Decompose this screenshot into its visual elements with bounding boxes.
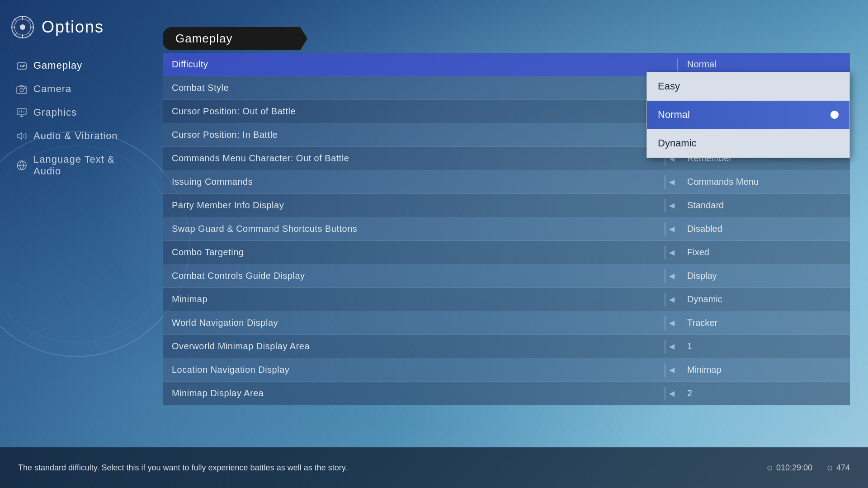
- row-label-cursor-in: Cursor Position: In Battle: [163, 123, 665, 146]
- navigation: Gameplay Camera Graphics: [0, 54, 145, 183]
- section-title: Gameplay: [163, 27, 307, 50]
- arrow-left-location-nav: ◀: [665, 366, 678, 374]
- row-label-world-nav: World Navigation Display: [163, 311, 665, 334]
- graphics-label: Graphics: [33, 107, 77, 118]
- gil-value: 474: [836, 463, 850, 473]
- sidebar-item-camera[interactable]: Camera: [7, 78, 137, 100]
- settings-row-location-nav[interactable]: Location Navigation Display ◀ Minimap: [163, 358, 850, 382]
- arrow-left-world-nav: ◀: [665, 319, 678, 327]
- row-label-combo: Combo Targeting: [163, 241, 665, 264]
- row-value-minimap-area: 2: [678, 382, 850, 405]
- settings-row-overworld[interactable]: Overworld Minimap Display Area ◀ 1: [163, 335, 850, 358]
- row-label-issuing: Issuing Commands: [163, 170, 665, 193]
- dropdown-item-dynamic[interactable]: Dynamic: [647, 129, 849, 158]
- row-value-party: Standard: [678, 194, 850, 217]
- options-icon: [11, 15, 34, 39]
- arrow-left-minimap-area: ◀: [665, 389, 678, 398]
- row-value-swap-guard: Disabled: [678, 217, 850, 240]
- row-value-combat-guide: Display: [678, 264, 850, 287]
- arrow-left-issuing: ◀: [665, 178, 678, 186]
- difficulty-dropdown: Easy Normal Dynamic: [646, 72, 850, 158]
- gil-icon: ⊙: [827, 464, 833, 472]
- sidebar-item-language[interactable]: Language Text & Audio: [7, 148, 137, 183]
- language-icon: [16, 160, 27, 171]
- row-value-overworld: 1: [678, 335, 850, 358]
- settings-row-minimap[interactable]: Minimap ◀ Dynamic: [163, 288, 850, 311]
- graphics-icon: [16, 107, 27, 118]
- time-icon: ⊙: [767, 464, 773, 472]
- dropdown-label-normal: Normal: [658, 109, 690, 121]
- audio-icon: [16, 131, 27, 141]
- app-header: Options: [0, 9, 145, 45]
- row-label-location-nav: Location Navigation Display: [163, 358, 665, 381]
- gameplay-icon: [16, 60, 27, 71]
- arrow-left-overworld: ◀: [665, 342, 678, 351]
- row-label-minimap-area: Minimap Display Area: [163, 382, 665, 405]
- settings-row-issuing[interactable]: Issuing Commands ◀ Commands Menu: [163, 170, 850, 194]
- gameplay-label: Gameplay: [33, 60, 82, 71]
- svg-point-17: [20, 88, 24, 92]
- language-label: Language Text & Audio: [33, 154, 128, 177]
- arrow-left-combat-guide: ◀: [665, 272, 678, 280]
- gil-stat: ⊙ 474: [827, 463, 850, 473]
- arrow-left-swap-guard: ◀: [665, 225, 678, 233]
- dropdown-item-normal[interactable]: Normal: [647, 101, 849, 129]
- audio-label: Audio & Vibration: [33, 130, 118, 142]
- svg-point-14: [24, 65, 24, 66]
- camera-label: Camera: [33, 83, 71, 95]
- dropdown-label-dynamic: Dynamic: [658, 137, 697, 149]
- svg-point-18: [24, 88, 25, 89]
- status-description: The standard difficulty. Select this if …: [18, 463, 749, 473]
- row-label-minimap: Minimap: [163, 288, 665, 311]
- settings-table: Difficulty Normal Easy Normal Dynamic: [163, 53, 850, 405]
- row-label-difficulty: Difficulty: [163, 53, 677, 76]
- row-value-world-nav: Tracker: [678, 311, 850, 334]
- row-label-party: Party Member Info Display: [163, 194, 665, 217]
- status-bar: The standard difficulty. Select this if …: [0, 447, 868, 488]
- main-content: Gameplay Difficulty Normal Easy Normal: [163, 27, 850, 443]
- arrow-left-minimap: ◀: [665, 295, 678, 304]
- svg-point-2: [20, 24, 25, 30]
- dropdown-label-easy: Easy: [658, 80, 680, 92]
- settings-row-swap-guard[interactable]: Swap Guard & Command Shortcuts Buttons ◀…: [163, 217, 850, 241]
- app-title: Options: [42, 18, 104, 37]
- sidebar-item-graphics[interactable]: Graphics: [7, 101, 137, 124]
- sidebar-item-gameplay[interactable]: Gameplay: [7, 54, 137, 77]
- status-stats: ⊙ 010:29:00 ⊙ 474: [767, 463, 850, 473]
- time-value: 010:29:00: [776, 463, 812, 473]
- sidebar: Options Gameplay Camera: [0, 0, 145, 488]
- row-label-commands-char: Commands Menu Character: Out of Battle: [163, 147, 665, 170]
- svg-marker-25: [17, 133, 21, 139]
- dropdown-radio-normal: [830, 111, 839, 119]
- row-label-combat-style: Combat Style: [163, 76, 665, 99]
- dropdown-item-easy[interactable]: Easy: [647, 72, 849, 101]
- settings-row-party[interactable]: Party Member Info Display ◀ Standard: [163, 194, 850, 217]
- arrow-left-party: ◀: [665, 201, 678, 210]
- row-label-cursor-out: Cursor Position: Out of Battle: [163, 100, 677, 123]
- row-value-minimap: Dynamic: [678, 288, 850, 311]
- settings-row-combo[interactable]: Combo Targeting ◀ Fixed: [163, 241, 850, 264]
- section-header: Gameplay: [163, 27, 850, 50]
- settings-row-combat-guide[interactable]: Combat Controls Guide Display ◀ Display: [163, 264, 850, 288]
- row-label-overworld: Overworld Minimap Display Area: [163, 335, 665, 358]
- arrow-left-combo: ◀: [665, 248, 678, 257]
- settings-row-world-nav[interactable]: World Navigation Display ◀ Tracker: [163, 311, 850, 335]
- row-label-combat-guide: Combat Controls Guide Display: [163, 264, 665, 287]
- sidebar-item-audio[interactable]: Audio & Vibration: [7, 125, 137, 147]
- settings-row-minimap-area[interactable]: Minimap Display Area ◀ 2: [163, 382, 850, 405]
- settings-container: Difficulty Normal Easy Normal Dynamic: [163, 53, 850, 405]
- row-value-location-nav: Minimap: [678, 358, 850, 381]
- camera-icon: [16, 84, 27, 94]
- time-stat: ⊙ 010:29:00: [767, 463, 812, 473]
- row-value-combo: Fixed: [678, 241, 850, 264]
- row-value-issuing: Commands Menu: [678, 170, 850, 193]
- row-label-swap-guard: Swap Guard & Command Shortcuts Buttons: [163, 217, 665, 240]
- svg-point-15: [23, 66, 24, 67]
